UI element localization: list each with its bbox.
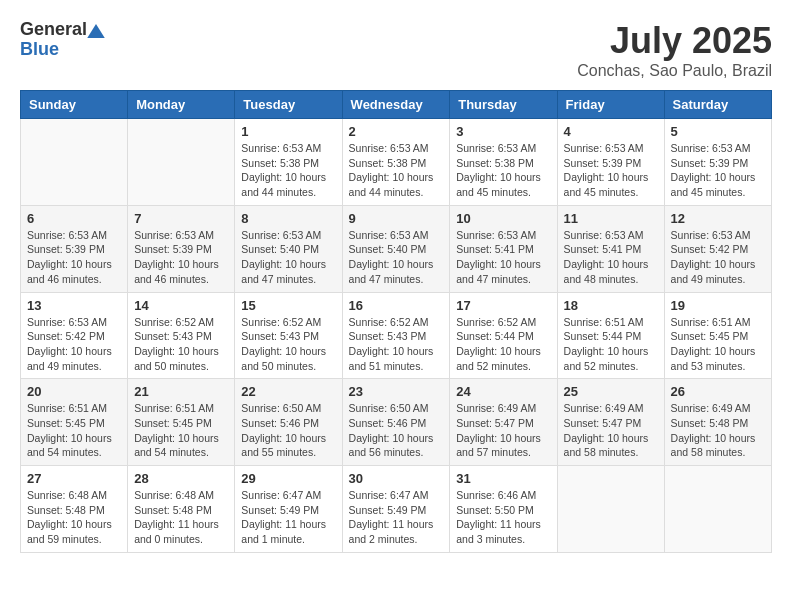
calendar-day-cell: 2Sunrise: 6:53 AM Sunset: 5:38 PM Daylig… [342,119,450,206]
calendar-day-cell: 31Sunrise: 6:46 AM Sunset: 5:50 PM Dayli… [450,466,557,553]
day-number: 12 [671,211,765,226]
col-monday: Monday [128,91,235,119]
day-info: Sunrise: 6:46 AM Sunset: 5:50 PM Dayligh… [456,488,550,547]
day-info: Sunrise: 6:49 AM Sunset: 5:48 PM Dayligh… [671,401,765,460]
day-info: Sunrise: 6:50 AM Sunset: 5:46 PM Dayligh… [349,401,444,460]
day-number: 17 [456,298,550,313]
day-number: 26 [671,384,765,399]
calendar-day-cell: 3Sunrise: 6:53 AM Sunset: 5:38 PM Daylig… [450,119,557,206]
day-number: 2 [349,124,444,139]
day-info: Sunrise: 6:48 AM Sunset: 5:48 PM Dayligh… [27,488,121,547]
calendar: Sunday Monday Tuesday Wednesday Thursday… [20,90,772,553]
day-number: 24 [456,384,550,399]
day-info: Sunrise: 6:49 AM Sunset: 5:47 PM Dayligh… [456,401,550,460]
day-info: Sunrise: 6:52 AM Sunset: 5:44 PM Dayligh… [456,315,550,374]
day-info: Sunrise: 6:53 AM Sunset: 5:40 PM Dayligh… [241,228,335,287]
calendar-day-cell: 12Sunrise: 6:53 AM Sunset: 5:42 PM Dayli… [664,205,771,292]
day-info: Sunrise: 6:53 AM Sunset: 5:42 PM Dayligh… [27,315,121,374]
calendar-day-cell: 30Sunrise: 6:47 AM Sunset: 5:49 PM Dayli… [342,466,450,553]
day-info: Sunrise: 6:53 AM Sunset: 5:39 PM Dayligh… [564,141,658,200]
calendar-day-cell: 15Sunrise: 6:52 AM Sunset: 5:43 PM Dayli… [235,292,342,379]
title-block: July 2025 Conchas, Sao Paulo, Brazil [577,20,772,80]
col-tuesday: Tuesday [235,91,342,119]
day-info: Sunrise: 6:47 AM Sunset: 5:49 PM Dayligh… [349,488,444,547]
calendar-day-cell: 10Sunrise: 6:53 AM Sunset: 5:41 PM Dayli… [450,205,557,292]
calendar-day-cell: 19Sunrise: 6:51 AM Sunset: 5:45 PM Dayli… [664,292,771,379]
day-number: 27 [27,471,121,486]
day-info: Sunrise: 6:49 AM Sunset: 5:47 PM Dayligh… [564,401,658,460]
day-number: 25 [564,384,658,399]
day-info: Sunrise: 6:47 AM Sunset: 5:49 PM Dayligh… [241,488,335,547]
calendar-day-cell: 27Sunrise: 6:48 AM Sunset: 5:48 PM Dayli… [21,466,128,553]
day-info: Sunrise: 6:53 AM Sunset: 5:39 PM Dayligh… [27,228,121,287]
calendar-day-cell: 13Sunrise: 6:53 AM Sunset: 5:42 PM Dayli… [21,292,128,379]
calendar-day-cell: 4Sunrise: 6:53 AM Sunset: 5:39 PM Daylig… [557,119,664,206]
calendar-day-cell [21,119,128,206]
calendar-day-cell: 20Sunrise: 6:51 AM Sunset: 5:45 PM Dayli… [21,379,128,466]
calendar-week-row: 1Sunrise: 6:53 AM Sunset: 5:38 PM Daylig… [21,119,772,206]
day-info: Sunrise: 6:53 AM Sunset: 5:38 PM Dayligh… [241,141,335,200]
day-info: Sunrise: 6:50 AM Sunset: 5:46 PM Dayligh… [241,401,335,460]
day-number: 4 [564,124,658,139]
day-number: 3 [456,124,550,139]
calendar-day-cell: 24Sunrise: 6:49 AM Sunset: 5:47 PM Dayli… [450,379,557,466]
day-number: 7 [134,211,228,226]
day-number: 1 [241,124,335,139]
calendar-day-cell: 11Sunrise: 6:53 AM Sunset: 5:41 PM Dayli… [557,205,664,292]
svg-marker-0 [87,24,105,38]
calendar-day-cell: 22Sunrise: 6:50 AM Sunset: 5:46 PM Dayli… [235,379,342,466]
calendar-week-row: 13Sunrise: 6:53 AM Sunset: 5:42 PM Dayli… [21,292,772,379]
day-info: Sunrise: 6:53 AM Sunset: 5:38 PM Dayligh… [349,141,444,200]
day-info: Sunrise: 6:53 AM Sunset: 5:42 PM Dayligh… [671,228,765,287]
day-number: 29 [241,471,335,486]
day-info: Sunrise: 6:51 AM Sunset: 5:45 PM Dayligh… [671,315,765,374]
calendar-day-cell: 29Sunrise: 6:47 AM Sunset: 5:49 PM Dayli… [235,466,342,553]
calendar-day-cell: 7Sunrise: 6:53 AM Sunset: 5:39 PM Daylig… [128,205,235,292]
calendar-week-row: 20Sunrise: 6:51 AM Sunset: 5:45 PM Dayli… [21,379,772,466]
calendar-day-cell: 21Sunrise: 6:51 AM Sunset: 5:45 PM Dayli… [128,379,235,466]
day-info: Sunrise: 6:53 AM Sunset: 5:41 PM Dayligh… [456,228,550,287]
col-sunday: Sunday [21,91,128,119]
calendar-day-cell [664,466,771,553]
location-title: Conchas, Sao Paulo, Brazil [577,62,772,80]
day-number: 30 [349,471,444,486]
day-number: 6 [27,211,121,226]
day-number: 5 [671,124,765,139]
calendar-week-row: 6Sunrise: 6:53 AM Sunset: 5:39 PM Daylig… [21,205,772,292]
day-info: Sunrise: 6:53 AM Sunset: 5:39 PM Dayligh… [134,228,228,287]
day-number: 14 [134,298,228,313]
calendar-day-cell [557,466,664,553]
calendar-day-cell: 6Sunrise: 6:53 AM Sunset: 5:39 PM Daylig… [21,205,128,292]
calendar-day-cell: 23Sunrise: 6:50 AM Sunset: 5:46 PM Dayli… [342,379,450,466]
day-number: 9 [349,211,444,226]
calendar-day-cell: 8Sunrise: 6:53 AM Sunset: 5:40 PM Daylig… [235,205,342,292]
calendar-day-cell: 28Sunrise: 6:48 AM Sunset: 5:48 PM Dayli… [128,466,235,553]
day-number: 8 [241,211,335,226]
col-saturday: Saturday [664,91,771,119]
day-number: 11 [564,211,658,226]
day-number: 10 [456,211,550,226]
calendar-day-cell [128,119,235,206]
day-info: Sunrise: 6:51 AM Sunset: 5:45 PM Dayligh… [134,401,228,460]
day-number: 20 [27,384,121,399]
day-number: 21 [134,384,228,399]
logo-general: General [20,20,105,40]
col-thursday: Thursday [450,91,557,119]
day-info: Sunrise: 6:51 AM Sunset: 5:44 PM Dayligh… [564,315,658,374]
calendar-header-row: Sunday Monday Tuesday Wednesday Thursday… [21,91,772,119]
day-info: Sunrise: 6:52 AM Sunset: 5:43 PM Dayligh… [134,315,228,374]
calendar-day-cell: 16Sunrise: 6:52 AM Sunset: 5:43 PM Dayli… [342,292,450,379]
calendar-day-cell: 25Sunrise: 6:49 AM Sunset: 5:47 PM Dayli… [557,379,664,466]
day-number: 31 [456,471,550,486]
day-number: 19 [671,298,765,313]
day-info: Sunrise: 6:53 AM Sunset: 5:39 PM Dayligh… [671,141,765,200]
page-header: General Blue July 2025 Conchas, Sao Paul… [20,20,772,80]
calendar-day-cell: 5Sunrise: 6:53 AM Sunset: 5:39 PM Daylig… [664,119,771,206]
day-info: Sunrise: 6:48 AM Sunset: 5:48 PM Dayligh… [134,488,228,547]
day-number: 15 [241,298,335,313]
calendar-day-cell: 14Sunrise: 6:52 AM Sunset: 5:43 PM Dayli… [128,292,235,379]
day-number: 28 [134,471,228,486]
day-info: Sunrise: 6:52 AM Sunset: 5:43 PM Dayligh… [349,315,444,374]
col-friday: Friday [557,91,664,119]
day-info: Sunrise: 6:53 AM Sunset: 5:41 PM Dayligh… [564,228,658,287]
